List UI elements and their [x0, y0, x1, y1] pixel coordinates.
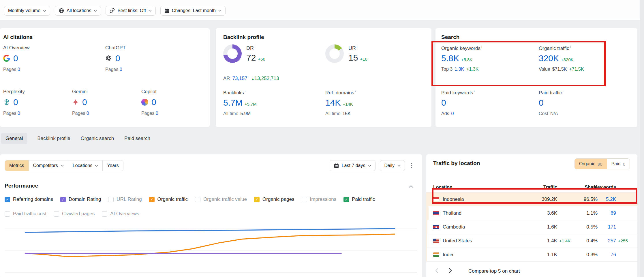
paid-keywords-value-link[interactable]: 0 [441, 98, 446, 107]
metric-checkbox-organic-pages[interactable]: Organic pages [254, 196, 294, 202]
backlink-profile-title: Backlink profile [223, 34, 264, 40]
ai-stat-chatgpt: ChatGPT 0 Pages 0 [105, 45, 126, 72]
organic-count: 90 [598, 162, 602, 166]
keywords-link[interactable]: 171 [598, 224, 616, 230]
table-row-indonesia[interactable]: Indonesia 309.2K 96.5% 5.2K [426, 192, 637, 206]
metric-checkbox-referring-domains[interactable]: Referring domains [5, 196, 53, 202]
ar-delta: 13,252,713 [254, 76, 279, 81]
pages-count-link[interactable]: 0 [18, 67, 20, 72]
info-icon[interactable]: i [255, 45, 255, 48]
tab-backlink-profile[interactable]: Backlink profile [37, 133, 71, 144]
dr-value: 72 [246, 53, 256, 62]
previous-page-arrow-icon[interactable] [434, 267, 440, 276]
organic-paid-toggle: Organic90 Paid0 [574, 158, 630, 169]
ads-value-link[interactable]: 0 [451, 111, 454, 116]
locations-dropdown[interactable]: All locations [55, 6, 101, 16]
keywords-link[interactable]: 5.2K [598, 196, 616, 202]
perplexity-count[interactable]: 0 [13, 97, 18, 107]
locations-view-dropdown[interactable]: Locations [68, 160, 103, 171]
competitors-dropdown[interactable]: Competitors [29, 160, 68, 171]
url-rating-stat: URi 15+10 [325, 44, 367, 63]
traffic-by-location-panel: Traffic by location Organic90 Paid0 Loca… [426, 154, 637, 277]
info-icon[interactable]: i [245, 89, 245, 93]
organic-keywords-value-link[interactable]: 5.8K [441, 53, 459, 63]
pages-count-link[interactable]: 0 [87, 111, 89, 116]
metric-checkbox-organic-traffic[interactable]: Organic traffic [149, 196, 188, 202]
paid-count: 0 [623, 162, 625, 166]
monthly-volume-label: Monthly volume [8, 8, 40, 13]
paid-traffic-value-link[interactable]: 0 [539, 98, 544, 107]
info-icon[interactable]: i [474, 89, 475, 93]
organic-traffic-label: Organic traffic [539, 46, 569, 51]
metric-checkbox-ai-overviews[interactable]: AI Overviews [102, 211, 139, 217]
changes-dropdown[interactable]: Changes: Last month [160, 6, 226, 16]
link-icon [110, 8, 115, 13]
traffic-value: 3.6K [525, 210, 557, 216]
metric-checkbox-organic-traffic-value[interactable]: Organic traffic value [195, 196, 247, 202]
pages-count-link[interactable]: 0 [120, 67, 122, 72]
info-icon[interactable]: i [357, 45, 357, 48]
metric-checkbox-domain-rating[interactable]: Domain Rating [60, 196, 101, 202]
metric-toggles-row-2: Paid traffic cost Crawled pages AI Overv… [5, 211, 139, 217]
years-button[interactable]: Years [102, 160, 123, 171]
info-icon[interactable]: i [563, 89, 563, 93]
chevron-down-icon [149, 10, 152, 12]
perplexity-icon [3, 99, 10, 106]
tab-organic-search[interactable]: Organic search [80, 133, 114, 144]
cambodia-flag-icon [433, 225, 439, 229]
metric-checkbox-crawled-pages[interactable]: Crawled pages [54, 211, 95, 217]
metrics-button[interactable]: Metrics [5, 160, 29, 171]
backlinks-value-link[interactable]: 5.7M [223, 98, 243, 107]
metric-checkbox-paid-traffic-cost[interactable]: Paid traffic cost [5, 211, 46, 217]
info-icon[interactable]: i [570, 45, 571, 48]
vertical-scrollbar[interactable] [640, 0, 644, 277]
checkbox-icon [5, 197, 10, 202]
traffic-table-header: Location Traffic Share Keywords [426, 182, 637, 192]
metric-checkbox-impressions[interactable]: Impressions [302, 196, 337, 202]
granularity-dropdown[interactable]: Daily [380, 160, 405, 171]
more-options-kebab-icon[interactable] [409, 161, 414, 170]
metric-checkbox-url-rating[interactable]: URL Rating [108, 196, 142, 202]
copilot-count[interactable]: 0 [151, 97, 156, 107]
checkbox-icon [108, 197, 114, 202]
collapse-chevron-up-icon[interactable] [409, 184, 413, 189]
keywords-link[interactable]: 257 [598, 238, 616, 244]
table-row-thailand[interactable]: Thailand 3.6K 1.1% 69 [426, 206, 637, 220]
table-row-india[interactable]: India 1.1K 0.3% 76 [426, 248, 637, 262]
toggle-paid[interactable]: Paid0 [607, 159, 630, 169]
info-icon[interactable]: i [33, 34, 34, 38]
tab-general[interactable]: General [1, 133, 27, 144]
ref-domains-value-link[interactable]: 14K [325, 98, 341, 107]
info-icon[interactable]: i [355, 89, 356, 93]
ai-overview-count[interactable]: 0 [13, 53, 18, 63]
pages-label: Pages [3, 111, 16, 116]
organic-traffic-delta: +320K [561, 57, 574, 62]
keywords-link[interactable]: 76 [598, 252, 616, 258]
ar-value-link[interactable]: 73,157 [232, 76, 247, 81]
gemini-icon [72, 99, 79, 106]
dr-label: DR [246, 45, 254, 51]
metric-checkbox-paid-traffic[interactable]: Paid traffic [343, 196, 375, 202]
info-icon[interactable]: i [481, 45, 482, 48]
ahrefs-rank-row: AR73,157 ▲13,252,713 [223, 76, 279, 81]
pages-count-link[interactable]: 0 [18, 111, 20, 116]
tab-paid-search[interactable]: Paid search [124, 133, 151, 144]
best-links-dropdown[interactable]: Best links: Off [106, 6, 155, 16]
ur-delta: +10 [360, 57, 367, 61]
table-row-united-states[interactable]: United States 1.4K +1.4K 0.4% 257 +255 [426, 234, 637, 248]
top3-value-link[interactable]: 1.3K [455, 67, 464, 72]
keywords-link[interactable]: 69 [598, 210, 616, 216]
cost-label: Cost [539, 111, 548, 116]
organic-traffic-value-link[interactable]: 320K [539, 53, 559, 63]
performance-chart[interactable] [5, 224, 417, 277]
performance-title: Performance [5, 183, 38, 189]
monthly-volume-dropdown[interactable]: Monthly volume [4, 6, 50, 16]
gemini-count[interactable]: 0 [82, 97, 87, 107]
table-row-cambodia[interactable]: Cambodia 1.6K 0.5% 171 [426, 220, 637, 234]
date-range-dropdown[interactable]: Last 7 days [330, 160, 376, 171]
next-page-arrow-icon[interactable] [448, 267, 453, 276]
compare-top5-label: Compare top 5 on chart [468, 268, 520, 274]
toggle-organic[interactable]: Organic90 [575, 159, 607, 169]
chatgpt-count[interactable]: 0 [115, 53, 120, 63]
pages-count-link[interactable]: 0 [156, 111, 158, 116]
